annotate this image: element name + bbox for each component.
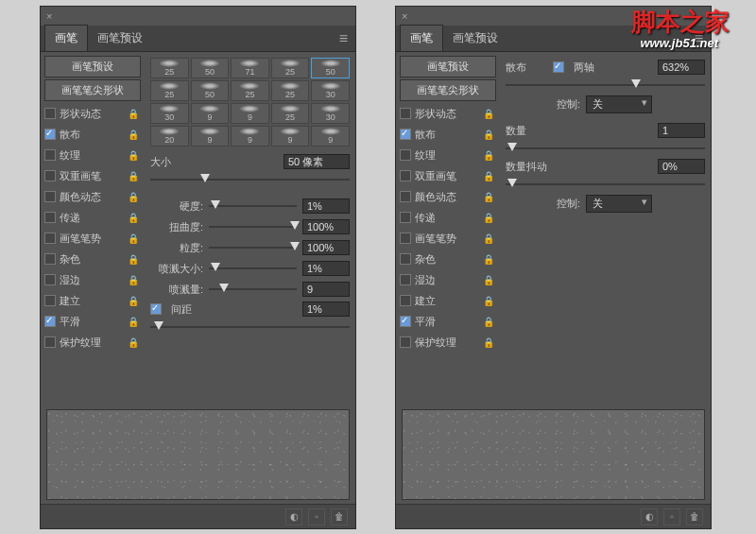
scatter-slider[interactable] bbox=[506, 78, 705, 92]
tab-preset[interactable]: 画笔预设 bbox=[443, 26, 507, 51]
checkbox[interactable] bbox=[44, 129, 56, 140]
checkbox[interactable] bbox=[400, 191, 411, 202]
brush-cell[interactable]: 30 bbox=[311, 103, 350, 124]
close-icon[interactable]: × bbox=[402, 10, 407, 22]
splash-size-input[interactable] bbox=[302, 261, 350, 276]
brush-cell[interactable]: 25 bbox=[271, 80, 310, 101]
spacing-input[interactable] bbox=[302, 301, 350, 317]
tab-brush[interactable]: 画笔 bbox=[44, 25, 88, 51]
brush-cell[interactable]: 25 bbox=[271, 58, 310, 78]
checkbox[interactable] bbox=[400, 212, 411, 223]
checkbox[interactable] bbox=[44, 295, 56, 306]
toggle-preview-icon[interactable]: ◐ bbox=[641, 508, 658, 525]
sidebar-item-pose[interactable]: 画笔笔势🔒 bbox=[44, 228, 141, 249]
sidebar-item-dual-brush[interactable]: 双重画笔🔒 bbox=[44, 165, 141, 186]
brush-cell[interactable]: 9 bbox=[311, 126, 350, 146]
count-slider[interactable] bbox=[506, 142, 705, 155]
count-input[interactable] bbox=[658, 123, 705, 138]
brush-cell[interactable]: 25 bbox=[150, 58, 189, 78]
lock-icon[interactable]: 🔒 bbox=[483, 150, 496, 161]
sidebar-item-pose[interactable]: 画笔笔势🔒 bbox=[400, 228, 496, 249]
toggle-preview-icon[interactable]: ◐ bbox=[285, 508, 302, 525]
checkbox[interactable] bbox=[44, 274, 56, 285]
lock-icon[interactable]: 🔒 bbox=[128, 296, 141, 306]
lock-icon[interactable]: 🔒 bbox=[483, 275, 496, 285]
checkbox[interactable] bbox=[44, 108, 56, 119]
menu-icon[interactable]: ≡ bbox=[332, 26, 355, 51]
sidebar-item-color-dynamics[interactable]: 颜色动态🔒 bbox=[400, 186, 496, 207]
brush-cell[interactable]: 20 bbox=[150, 126, 189, 146]
lock-icon[interactable]: 🔒 bbox=[483, 254, 496, 265]
brush-cell[interactable]: 9 bbox=[191, 103, 230, 124]
control-select[interactable]: 关 bbox=[586, 95, 652, 113]
sidebar-item-shape-dynamics[interactable]: 形状动态🔒 bbox=[400, 103, 496, 124]
checkbox[interactable] bbox=[400, 253, 411, 265]
lock-icon[interactable]: 🔒 bbox=[128, 254, 141, 265]
both-axes-checkbox[interactable] bbox=[553, 61, 564, 73]
new-preset-icon[interactable]: ▫ bbox=[663, 508, 680, 525]
brush-cell[interactable]: 30 bbox=[150, 103, 189, 124]
checkbox[interactable] bbox=[400, 336, 411, 348]
lock-icon[interactable]: 🔒 bbox=[483, 337, 496, 348]
brush-cell[interactable]: 9 bbox=[231, 103, 269, 124]
checkbox[interactable] bbox=[400, 316, 411, 327]
checkbox[interactable] bbox=[400, 129, 411, 140]
brush-cell[interactable]: 50 bbox=[191, 80, 230, 101]
lock-icon[interactable]: 🔒 bbox=[128, 192, 141, 202]
brush-cell[interactable]: 25 bbox=[271, 103, 310, 124]
lock-icon[interactable]: 🔒 bbox=[128, 233, 141, 244]
sidebar-item-texture[interactable]: 纹理🔒 bbox=[400, 145, 496, 165]
lock-icon[interactable]: 🔒 bbox=[483, 109, 496, 119]
hardness-slider[interactable] bbox=[209, 199, 297, 213]
brush-cell[interactable]: 50 bbox=[191, 58, 230, 78]
checkbox[interactable] bbox=[400, 274, 411, 285]
size-slider[interactable] bbox=[150, 173, 350, 186]
checkbox[interactable] bbox=[44, 212, 56, 223]
sidebar-item-protect-texture[interactable]: 保护纹理🔒 bbox=[44, 332, 141, 353]
brush-cell[interactable]: 25 bbox=[231, 80, 269, 101]
lock-icon[interactable]: 🔒 bbox=[483, 129, 496, 140]
sidebar-item-transfer[interactable]: 传递🔒 bbox=[400, 207, 496, 228]
checkbox[interactable] bbox=[400, 233, 411, 244]
checkbox[interactable] bbox=[400, 108, 411, 119]
spacing-checkbox[interactable] bbox=[150, 303, 162, 315]
sidebar-item-texture[interactable]: 纹理🔒 bbox=[44, 145, 141, 165]
lock-icon[interactable]: 🔒 bbox=[483, 233, 496, 244]
close-icon[interactable]: × bbox=[46, 10, 52, 22]
lock-icon[interactable]: 🔒 bbox=[483, 296, 496, 306]
tip-shape-button[interactable]: 画笔笔尖形状 bbox=[400, 79, 496, 101]
sidebar-item-wet-edges[interactable]: 湿边🔒 bbox=[44, 269, 141, 290]
trash-icon[interactable]: 🗑 bbox=[686, 508, 703, 525]
sidebar-item-smoothing[interactable]: 平滑🔒 bbox=[44, 311, 141, 332]
preset-button[interactable]: 画笔预设 bbox=[400, 56, 496, 78]
tip-shape-button[interactable]: 画笔笔尖形状 bbox=[44, 79, 141, 101]
sidebar-item-noise[interactable]: 杂色🔒 bbox=[44, 249, 141, 269]
lock-icon[interactable]: 🔒 bbox=[128, 275, 141, 285]
lock-icon[interactable]: 🔒 bbox=[128, 171, 141, 181]
lock-icon[interactable]: 🔒 bbox=[483, 171, 496, 181]
control2-select[interactable]: 关 bbox=[586, 195, 652, 213]
trash-icon[interactable]: 🗑 bbox=[331, 508, 348, 525]
preset-button[interactable]: 画笔预设 bbox=[44, 56, 141, 78]
sidebar-item-scatter[interactable]: 散布🔒 bbox=[400, 124, 496, 145]
hardness-input[interactable] bbox=[302, 198, 350, 214]
lock-icon[interactable]: 🔒 bbox=[483, 317, 496, 327]
splash-amt-input[interactable] bbox=[302, 282, 350, 297]
sidebar-item-dual-brush[interactable]: 双重画笔🔒 bbox=[400, 165, 496, 186]
sidebar-item-buildup[interactable]: 建立🔒 bbox=[400, 290, 496, 311]
tab-brush[interactable]: 画笔 bbox=[400, 25, 443, 51]
splash-size-slider[interactable] bbox=[209, 262, 297, 275]
lock-icon[interactable]: 🔒 bbox=[128, 213, 141, 223]
grain-input[interactable] bbox=[302, 240, 350, 255]
lock-icon[interactable]: 🔒 bbox=[483, 213, 496, 223]
sidebar-item-protect-texture[interactable]: 保护纹理🔒 bbox=[400, 332, 496, 353]
sidebar-item-noise[interactable]: 杂色🔒 bbox=[400, 249, 496, 269]
brush-cell[interactable]: 9 bbox=[191, 126, 230, 146]
new-preset-icon[interactable]: ▫ bbox=[308, 508, 325, 525]
lock-icon[interactable]: 🔒 bbox=[128, 109, 141, 119]
brush-cell[interactable]: 71 bbox=[231, 58, 269, 78]
lock-icon[interactable]: 🔒 bbox=[128, 150, 141, 161]
lock-icon[interactable]: 🔒 bbox=[128, 129, 141, 140]
distort-slider[interactable] bbox=[209, 220, 297, 233]
sidebar-item-buildup[interactable]: 建立🔒 bbox=[44, 290, 141, 311]
